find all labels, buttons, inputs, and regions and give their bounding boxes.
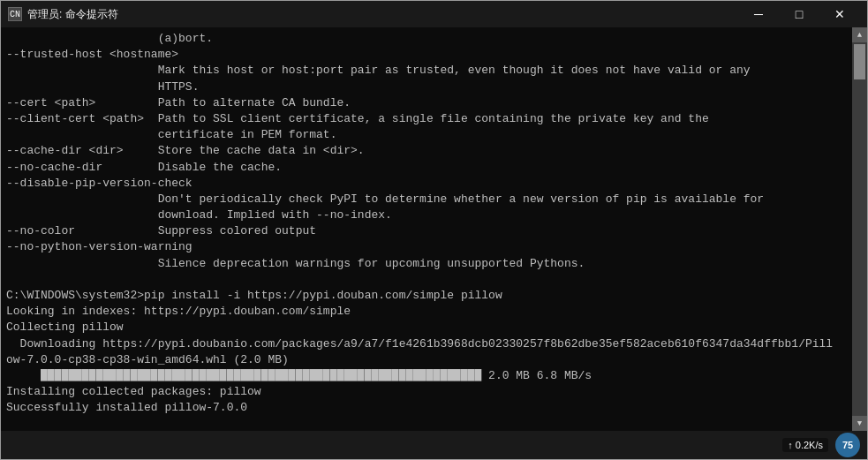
- scroll-thumb[interactable]: [854, 44, 865, 79]
- terminal-output[interactable]: (a)bort. --trusted-host <hostname> Mark …: [1, 27, 852, 431]
- network-speed: ↑ 0.2K/s: [782, 438, 828, 452]
- title-bar-controls: ─ □ ✕: [738, 1, 860, 27]
- maximize-button[interactable]: □: [779, 1, 819, 27]
- scroll-down-arrow[interactable]: ▼: [852, 416, 867, 431]
- app-icon: CN: [8, 7, 22, 21]
- window: CN 管理员: 命令提示符 ─ □ ✕ (a)bort. --trusted-h…: [0, 0, 868, 460]
- content-area: (a)bort. --trusted-host <hostname> Mark …: [1, 27, 867, 431]
- window-title: 管理员: 命令提示符: [27, 7, 118, 22]
- clock: 75: [835, 433, 860, 457]
- minimize-button[interactable]: ─: [738, 1, 779, 27]
- scrollbar[interactable]: ▲ ▼: [852, 27, 867, 431]
- title-bar: CN 管理员: 命令提示符 ─ □ ✕: [1, 1, 867, 27]
- bottom-bar: ↑ 0.2K/s 75: [1, 431, 867, 459]
- close-button[interactable]: ✕: [819, 1, 860, 27]
- scroll-track: [852, 42, 867, 416]
- scroll-up-arrow[interactable]: ▲: [852, 27, 867, 42]
- title-bar-left: CN 管理员: 命令提示符: [8, 7, 118, 22]
